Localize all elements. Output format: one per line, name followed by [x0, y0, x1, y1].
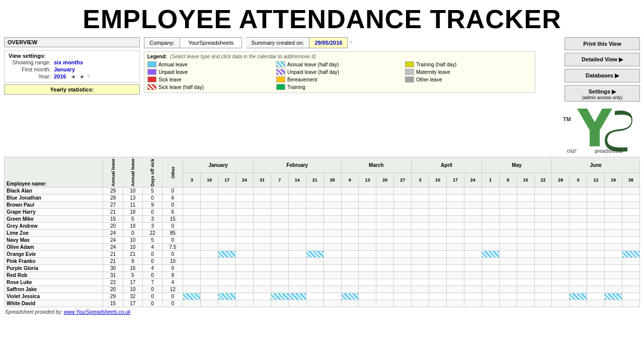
cal-alan-feb7[interactable] — [271, 188, 288, 195]
bereavement-label: Bereavement — [287, 77, 317, 82]
cal-alan-feb31[interactable] — [254, 188, 271, 195]
date-mar-6: 6 — [341, 173, 359, 188]
cal-alan-feb14[interactable] — [288, 188, 306, 195]
date-feb-14: 14 — [288, 173, 306, 188]
legend-other[interactable]: Other leave — [405, 76, 532, 83]
cal-alan-apr10[interactable] — [429, 188, 447, 195]
print-button[interactable]: Print this View — [565, 37, 640, 50]
sick-swatch — [147, 76, 156, 82]
row-purple-gloria: Purple Gloria 301640 — [5, 265, 640, 272]
jun-header: June — [552, 157, 640, 173]
company-value[interactable]: YourSpreadsheets — [180, 37, 242, 48]
cal-alan-jun5[interactable] — [570, 188, 587, 195]
cal-alan-feb28[interactable] — [324, 188, 341, 195]
feb-header: February — [254, 157, 342, 173]
footer-link[interactable]: www.YourSpreadsheets.co.uk — [64, 309, 131, 315]
other-header: Other — [163, 157, 183, 188]
legend-training-half[interactable]: Training (half day) — [405, 61, 532, 68]
training-swatch — [276, 84, 285, 90]
year-prev-arrow[interactable]: ◄ — [70, 73, 75, 79]
row-white-david: White David 151700 — [5, 300, 640, 307]
year-info-icon: ? — [87, 74, 90, 79]
row-blue-jonathan: Blue Jonathan 281306 — [5, 195, 640, 202]
row-navy-max: Navy Max 241050 — [5, 237, 640, 244]
date-jan-17: 17 — [218, 173, 236, 188]
year-key: Year: — [9, 73, 54, 79]
cal-alan-mar13[interactable] — [359, 188, 376, 195]
databases-button[interactable]: Databases ▶ — [565, 69, 640, 82]
cal-alan-jan17[interactable] — [218, 188, 236, 195]
legend-sick[interactable]: Sick leave — [147, 76, 274, 83]
row-pink-franko: Pink Franko 219010 — [5, 258, 640, 265]
svg-text:our: our — [567, 147, 577, 154]
legend-annual-half[interactable]: Annual leave (half day) — [276, 61, 403, 68]
showing-range-value: six months — [54, 59, 83, 65]
cal-alan-mar20[interactable] — [376, 188, 394, 195]
legend-maternity[interactable]: Maternity leave — [405, 68, 532, 75]
legend-annual[interactable]: Annual leave — [147, 61, 274, 68]
cal-alan-jun12[interactable] — [587, 188, 605, 195]
company-label: Company: — [144, 37, 180, 48]
cal-alan-mar27[interactable] — [394, 188, 412, 195]
cal-alan-may15[interactable] — [517, 188, 534, 195]
cal-alan-may8[interactable] — [499, 188, 517, 195]
date-feb-21: 21 — [306, 173, 324, 188]
cal-alan-apr24[interactable] — [464, 188, 481, 195]
legend-grid: Annual leave Annual leave (half day) Tra… — [147, 61, 532, 90]
legend-sick-half[interactable]: Sick leave (half day) — [147, 83, 274, 90]
row-green-mike: Green Mike 155315 — [5, 216, 640, 223]
date-feb-7: 7 — [271, 173, 288, 188]
attendance-table: Employee name: Annual leave allowance An… — [4, 157, 640, 307]
ys-logo: TM our preadsheets — [562, 106, 640, 154]
cal-alan-may22[interactable] — [534, 188, 552, 195]
mar-header: March — [341, 157, 412, 173]
detailed-view-button[interactable]: Detailed View ▶ — [565, 53, 640, 66]
cal-alan-mar6[interactable] — [341, 188, 359, 195]
days-off-sick-header: Days off sick — [142, 157, 162, 188]
logo-area: TM our preadsheets — [562, 106, 640, 155]
settings-button[interactable]: Settings ▶ (admin access only) — [565, 85, 640, 102]
cal-alan-jun29[interactable] — [552, 188, 570, 195]
company-row: Company: YourSpreadsheets Summary create… — [144, 37, 535, 48]
cal-alan-jan24[interactable] — [236, 188, 254, 195]
annual-swatch — [147, 61, 156, 67]
row-red-rob: Red Rob 31508 — [5, 272, 640, 279]
date-apr-10: 10 — [429, 173, 447, 188]
year-next-arrow[interactable]: ► — [79, 73, 85, 79]
annual-half-label: Annual leave (half day) — [287, 62, 339, 67]
showing-range-key: Showing range: — [9, 59, 54, 65]
date-apr-3: 3 — [412, 173, 429, 188]
cal-alan-jan3[interactable] — [183, 188, 201, 195]
footer: Spreadsheet provided by: www.YourSpreads… — [0, 307, 644, 317]
row-grey-andrew: Grey Andrew 201830 — [5, 223, 640, 230]
training-half-label: Training (half day) — [416, 62, 456, 67]
summary-date[interactable]: 29/05/2016 — [309, 37, 348, 48]
unpaid-label: Unpaid leave — [158, 69, 188, 75]
cal-alan-apr3[interactable] — [412, 188, 429, 195]
cal-alan-feb21[interactable] — [306, 188, 324, 195]
may-header: May — [481, 157, 552, 173]
settings-label: Settings ▶ — [570, 88, 634, 95]
cal-alan-jan10[interactable] — [201, 188, 218, 195]
row-orange-evie: Orange Evie 212100 — [5, 251, 640, 258]
legend-bereavement[interactable]: Bereavement — [276, 76, 403, 83]
bereavement-swatch — [276, 76, 285, 82]
maternity-swatch — [405, 69, 414, 75]
row-lime-zoe: Lime Zoe 2402285 — [5, 230, 640, 237]
date-may-15: 15 — [517, 173, 534, 188]
legend-training[interactable]: Training — [276, 83, 403, 90]
stat-alan-other: 0 — [163, 188, 183, 195]
legend-unpaid-half[interactable]: Unpaid leave (half day) — [276, 68, 403, 75]
right-panel: Print this View Detailed View ▶ Database… — [539, 37, 640, 155]
cal-alan-apr17[interactable] — [446, 188, 464, 195]
cal-alan-jun26[interactable] — [622, 188, 640, 195]
settings-sublabel: (admin access only) — [570, 95, 634, 100]
cal-alan-jun19[interactable] — [605, 188, 622, 195]
employee-col-header: Employee name: — [5, 157, 103, 188]
svg-text:TM: TM — [563, 116, 571, 122]
yearly-stats-label: Yearly statistics: — [4, 84, 140, 95]
other-swatch — [405, 76, 414, 82]
legend-unpaid[interactable]: Unpaid leave — [147, 68, 274, 75]
cal-alan-may1[interactable] — [481, 188, 499, 195]
date-jun-26: 26 — [622, 173, 640, 188]
